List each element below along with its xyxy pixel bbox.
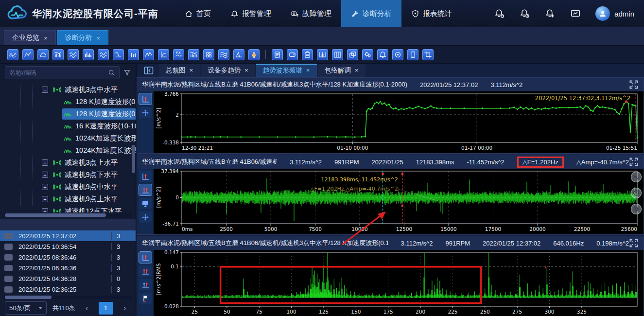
current-page-button[interactable]: 1 xyxy=(99,302,113,315)
expand-icon[interactable]: + xyxy=(42,159,48,166)
axis-arrow-tool[interactable] xyxy=(139,171,152,182)
table-row[interactable]: 2022/01/25 06:36:363 xyxy=(0,263,136,273)
row-checkbox[interactable] xyxy=(4,286,13,293)
gear-icon[interactable] xyxy=(631,204,642,214)
layers-tool-icon[interactable] xyxy=(347,49,358,60)
axis-arrow-tool[interactable] xyxy=(139,93,152,105)
comb-tool-icon[interactable] xyxy=(317,49,328,60)
expand-icon[interactable]: + xyxy=(42,184,48,190)
workspace-tab-3[interactable]: 包络解调× xyxy=(318,64,366,77)
nav-item-3[interactable]: 诊断分析 xyxy=(341,0,401,27)
trendpts-tool-icon[interactable] xyxy=(22,49,34,60)
row-checkbox[interactable] xyxy=(4,244,13,250)
fawave-tool-icon[interactable] xyxy=(173,49,184,60)
triwave-tool-icon[interactable] xyxy=(218,49,229,60)
tree-leaf-0-3[interactable]: 1024K加速度长波形 xyxy=(0,132,136,144)
brush-tool-icon[interactable] xyxy=(248,49,260,60)
collapse-sidebar-icon[interactable] xyxy=(144,66,154,75)
tree-v-scrollbar[interactable] xyxy=(132,145,135,173)
close-icon[interactable]: × xyxy=(190,67,193,74)
fullscreen-icon[interactable] xyxy=(629,80,639,89)
expand-icon[interactable]: + xyxy=(42,196,48,202)
table-row[interactable]: 2022/01/25 10:36:543 xyxy=(0,241,136,252)
alarm-config-icon[interactable] xyxy=(494,8,505,19)
expand-icon[interactable]: + xyxy=(42,172,48,178)
close-icon[interactable]: × xyxy=(44,35,48,42)
search-box[interactable] xyxy=(5,66,120,79)
dualwave-tool-icon[interactable] xyxy=(7,49,18,60)
crop-tool-icon[interactable] xyxy=(422,49,434,60)
table-row[interactable]: 2022/01/25 04:36:280 xyxy=(0,273,136,284)
tree-node-2[interactable]: +减速机9点下水平 xyxy=(0,169,136,181)
bars-tool-icon[interactable] xyxy=(128,49,139,60)
user-menu[interactable]: admin xyxy=(595,6,634,21)
close-icon[interactable]: × xyxy=(306,67,310,74)
barwave-tool-icon[interactable] xyxy=(52,49,64,60)
peak-tool-icon[interactable] xyxy=(233,49,244,60)
prev-page-button[interactable]: ‹ xyxy=(81,302,93,314)
corner-tool-icon[interactable] xyxy=(158,49,169,60)
barwave-tool-icon[interactable] xyxy=(188,49,199,60)
tree-node-0[interactable]: −减速机3点中水平 xyxy=(0,84,136,96)
tree-leaf-0-2[interactable]: 16 K速度波形(10-10 xyxy=(0,120,136,132)
device-tool-icon[interactable] xyxy=(407,49,418,60)
table-row[interactable]: 2022/01/25 12:37:023 xyxy=(0,230,136,241)
tree-node-4[interactable]: +减速机9点上水平 xyxy=(0,193,136,205)
row-checkbox[interactable] xyxy=(4,233,13,239)
drive-tool-icon[interactable] xyxy=(287,49,298,60)
curve3d-tool-icon[interactable] xyxy=(37,49,49,60)
filter-icon[interactable] xyxy=(123,69,131,76)
table-row[interactable]: 2022/01/25 08:36:463 xyxy=(0,252,136,263)
move-tool[interactable] xyxy=(139,211,152,223)
fullscreen-icon[interactable] xyxy=(629,157,639,167)
quad-tool-icon[interactable] xyxy=(203,49,214,60)
workspace-tab-0[interactable]: 总貌图× xyxy=(159,64,200,77)
fullscreen-icon[interactable] xyxy=(629,238,639,248)
browser-tab-1[interactable]: 诊断分析× xyxy=(57,30,109,45)
page-size-select[interactable]: 50条/页 xyxy=(5,301,47,315)
target-tool-icon[interactable] xyxy=(392,49,403,60)
waves-tool-icon[interactable] xyxy=(68,49,79,60)
bell-tool-icon[interactable] xyxy=(377,49,388,60)
spectrum-chart[interactable]: 0.1470.1-0.028[m/s^2]RMS2550751001251501… xyxy=(154,250,644,316)
tree-leaf-0-1[interactable]: 128 K加速度波形(0. xyxy=(0,108,136,120)
browser-tab-0[interactable]: 企业总览× xyxy=(4,30,56,45)
tree-leaf-0-0[interactable]: 128 K加速度波形(0. xyxy=(0,96,136,108)
flag-tool[interactable] xyxy=(139,293,152,304)
expand-icon[interactable]: + xyxy=(42,208,48,212)
tree-node-5[interactable]: +减速机12点下水平 xyxy=(0,205,136,212)
wave-icon[interactable] xyxy=(631,172,642,182)
row-checkbox[interactable] xyxy=(4,254,13,261)
double-arrow-tool[interactable] xyxy=(139,184,152,195)
tree-node-3[interactable]: +减速机9点中水平 xyxy=(0,181,136,193)
screen-tool[interactable] xyxy=(139,198,152,209)
row-checkbox[interactable] xyxy=(4,276,13,282)
alarm-add-icon[interactable] xyxy=(545,8,556,19)
search-input[interactable] xyxy=(9,69,105,76)
nav-item-0[interactable]: 首页 xyxy=(175,0,221,27)
columns-tool-icon[interactable] xyxy=(332,49,343,60)
search-icon[interactable] xyxy=(108,69,115,76)
move-tool[interactable] xyxy=(139,107,152,118)
double-arrow-tool[interactable] xyxy=(139,265,152,277)
trend-chart[interactable]: 3.7662-0.338[m/s^2]12-30 21:2101-10 00:0… xyxy=(154,91,644,153)
double-arrow2-tool[interactable] xyxy=(139,279,152,290)
gears-tool-icon[interactable] xyxy=(362,49,373,60)
doc-tool-icon[interactable] xyxy=(272,49,283,60)
workspace-tab-2[interactable]: 趋势波形频谱× xyxy=(256,64,317,77)
table-row[interactable]: 2022/01/25 02:36:253 xyxy=(0,284,136,295)
histo-tool-icon[interactable] xyxy=(83,49,94,60)
tree-h-scrollbar[interactable] xyxy=(4,213,132,217)
clock-icon[interactable] xyxy=(631,188,642,198)
zigzag-tool-icon[interactable] xyxy=(143,49,154,60)
clipboard-tool-icon[interactable] xyxy=(302,49,313,60)
cliff-tool-icon[interactable] xyxy=(113,49,124,60)
row-checkbox[interactable] xyxy=(4,265,13,271)
close-icon[interactable]: × xyxy=(244,67,248,74)
tree-leaf-0-4[interactable]: 1024K加速度长波形 xyxy=(0,144,136,157)
close-icon[interactable]: × xyxy=(355,67,359,74)
nav-item-4[interactable]: 报表统计 xyxy=(401,0,462,27)
next-page-button[interactable]: › xyxy=(119,302,131,314)
nav-item-2[interactable]: 故障管理 xyxy=(281,0,341,27)
nav-item-1[interactable]: 报警管理 xyxy=(221,0,281,27)
